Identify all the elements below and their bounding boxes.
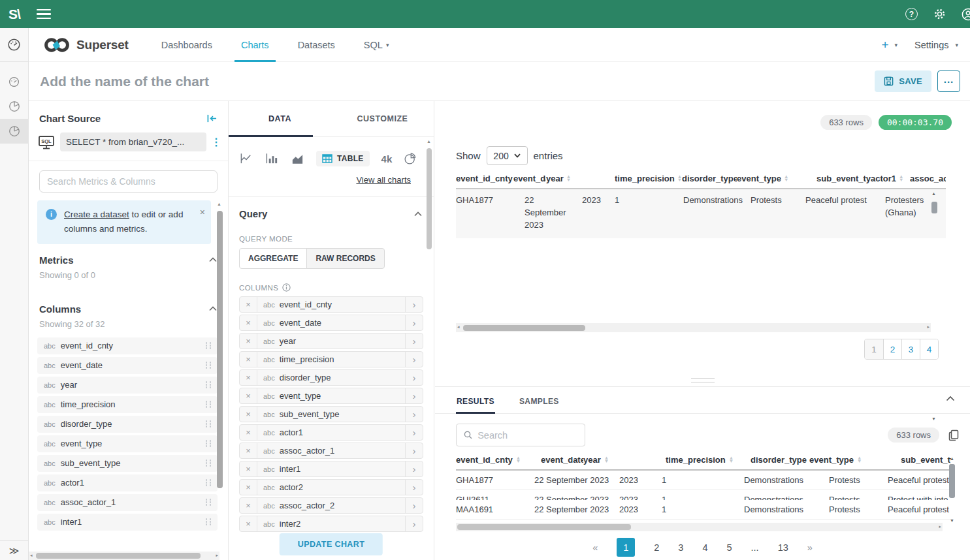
dataset-name-chip[interactable]: SELECT * from brian_v720_... (60, 132, 206, 151)
remove-column-icon[interactable]: × (240, 407, 257, 422)
column-header[interactable]: event_id_cnty ▲▼ (456, 170, 513, 188)
drag-handle-icon[interactable] (206, 479, 211, 486)
remove-column-icon[interactable]: × (240, 352, 257, 367)
metrics-columns-search[interactable] (39, 170, 218, 193)
remove-column-icon[interactable]: × (240, 297, 257, 312)
drag-handle-icon[interactable] (206, 459, 211, 467)
remove-column-icon[interactable]: × (240, 334, 257, 349)
page-button-active[interactable]: 1 (617, 538, 635, 557)
page-button[interactable]: 3 (901, 339, 920, 359)
page-button[interactable]: 2 (654, 542, 659, 553)
raw-records-mode-button[interactable]: RAW RECORDS (306, 248, 384, 269)
nav-item-dashboards[interactable]: Dashboards (157, 28, 216, 62)
results-horizontal-scrollbar[interactable]: ◂ ▸ (456, 523, 943, 531)
user-profile-icon[interactable] (962, 8, 970, 21)
superset-logo[interactable]: Superset (43, 37, 129, 54)
line-chart-icon[interactable] (240, 152, 253, 165)
chevron-up-icon[interactable] (209, 306, 217, 311)
column-header[interactable]: year ▲▼ (583, 452, 666, 469)
column-chip[interactable]: abc actor1 (37, 474, 218, 491)
column-chip[interactable]: abc sub_event_type (37, 455, 218, 472)
pie-chart-icon[interactable] (404, 152, 417, 165)
scrollbar-thumb[interactable] (427, 148, 432, 249)
viz-type-table-selected[interactable]: TABLE (316, 151, 370, 166)
drag-handle-icon[interactable] (206, 440, 211, 447)
dataset-options-kebab-icon[interactable]: ⋮ (211, 136, 221, 148)
column-header[interactable]: disorder_type ▲▼ (682, 170, 737, 188)
column-chip[interactable]: abc assoc_actor_1 (37, 494, 218, 511)
column-chip[interactable]: abc year (37, 377, 218, 394)
chart-name-input[interactable]: Add the name of the chart (40, 74, 875, 89)
help-icon[interactable]: ? (905, 8, 918, 20)
dashboard-gauge-icon[interactable] (0, 28, 28, 62)
selected-column-chip[interactable]: × abc inter1 › (239, 461, 423, 477)
chevron-right-icon[interactable]: › (405, 407, 423, 422)
chevron-up-icon[interactable] (414, 211, 422, 217)
collapse-results-icon[interactable] (946, 396, 955, 401)
nav-item-datasets[interactable]: Datasets (294, 28, 339, 62)
tab-samples[interactable]: SAMPLES (519, 389, 560, 413)
page-button[interactable]: 4 (920, 339, 938, 359)
results-search-box[interactable] (456, 424, 585, 446)
chevron-right-icon[interactable]: › (405, 480, 423, 495)
chevron-up-icon[interactable] (209, 257, 217, 262)
selected-column-chip[interactable]: × abc assoc_actor_1 › (239, 443, 423, 459)
drag-handle-icon[interactable] (206, 518, 211, 525)
remove-column-icon[interactable]: × (240, 461, 257, 476)
nav-item-charts[interactable]: Charts (237, 28, 273, 62)
nav-item-sql[interactable]: SQL▾ (360, 28, 393, 62)
search-input[interactable] (47, 176, 210, 187)
page-button[interactable]: ... (751, 542, 759, 553)
remove-column-icon[interactable]: × (240, 498, 257, 513)
remove-column-icon[interactable]: × (240, 480, 257, 495)
scrollbar-thumb[interactable] (457, 524, 631, 530)
scrollbar-thumb[interactable] (463, 325, 585, 331)
previous-page-button[interactable]: « (592, 542, 598, 553)
selected-column-chip[interactable]: × abc actor1 › (239, 424, 423, 441)
remove-column-icon[interactable]: × (240, 425, 257, 440)
page-button[interactable]: 4 (702, 542, 707, 553)
page-button[interactable]: 13 (778, 542, 788, 553)
scrollbar-thumb[interactable] (931, 202, 937, 213)
chevron-right-icon[interactable]: › (405, 352, 423, 367)
big-number-chart-icon[interactable]: 4k (381, 153, 393, 164)
add-new-button[interactable]: + ▾ (881, 39, 897, 51)
column-chip[interactable]: abc inter1 (37, 514, 218, 531)
selected-column-chip[interactable]: × abc sub_event_type › (239, 406, 423, 422)
column-header[interactable]: time_precision ▲▼ (666, 452, 751, 469)
remove-column-icon[interactable]: × (240, 370, 257, 385)
recent-pie-chart-icon-active[interactable] (0, 119, 29, 144)
datasource-horizontal-scrollbar[interactable]: ◂ ▸ (29, 552, 219, 560)
remove-column-icon[interactable]: × (240, 315, 257, 330)
column-chip[interactable]: abc disorder_type (37, 416, 218, 433)
results-search-input[interactable] (477, 430, 577, 441)
datasource-vertical-scrollbar[interactable]: ▲ (217, 204, 223, 550)
column-header[interactable]: event_date ▲▼ (541, 452, 583, 469)
area-chart-icon[interactable] (291, 152, 304, 165)
drag-handle-icon[interactable] (206, 342, 211, 349)
chevron-right-icon[interactable]: › (405, 443, 423, 458)
aggregate-mode-button[interactable]: AGGREGATE (239, 248, 307, 269)
column-header[interactable]: event_type ▲▼ (737, 170, 816, 188)
page-button[interactable]: 2 (883, 339, 901, 359)
page-button-current[interactable]: 1 (865, 339, 883, 359)
results-vertical-scrollbar[interactable]: ▲ ▼ (949, 456, 956, 523)
column-chip[interactable]: abc event_id_cnty (37, 337, 218, 354)
chevron-right-icon[interactable]: › (405, 425, 423, 440)
recent-gauge-icon[interactable] (0, 70, 29, 94)
chevron-right-icon[interactable]: › (405, 388, 423, 403)
column-chip[interactable]: abc event_type (37, 435, 218, 452)
column-header[interactable]: actor1 ▲▼ (871, 170, 910, 188)
selected-column-chip[interactable]: × abc year › (239, 333, 423, 349)
next-page-button[interactable]: » (807, 542, 813, 553)
expand-rail-button[interactable]: ≫ (0, 540, 28, 560)
drag-handle-icon[interactable] (206, 401, 211, 408)
more-options-button[interactable]: ... (937, 70, 960, 92)
column-header[interactable]: sub_event_type ▲▼ (901, 452, 951, 469)
view-all-charts-link[interactable]: View all charts (356, 175, 411, 185)
selected-column-chip[interactable]: × abc disorder_type › (239, 369, 423, 386)
selected-column-chip[interactable]: × abc event_type › (239, 388, 423, 404)
column-chip[interactable]: abc time_precision (37, 396, 218, 413)
chart-table-horizontal-scrollbar[interactable]: ◂ ▸ (456, 323, 931, 332)
chevron-right-icon[interactable]: › (405, 370, 423, 385)
